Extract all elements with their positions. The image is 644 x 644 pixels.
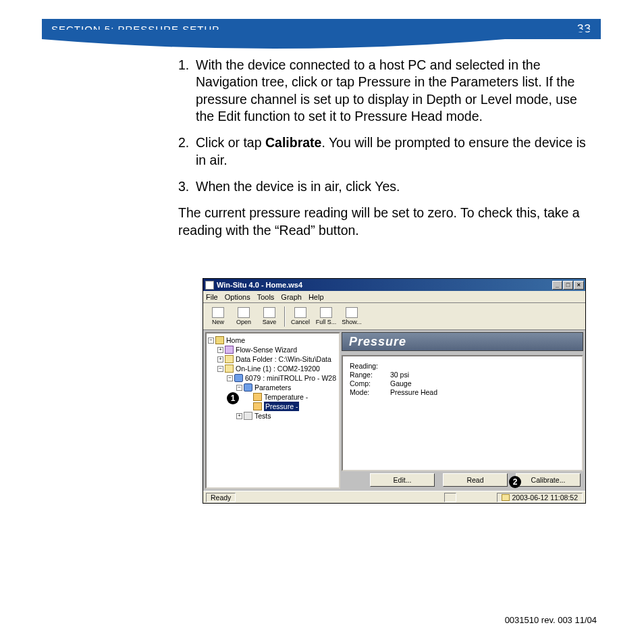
pressure-icon [253,402,262,410]
step-1: 1. With the device connected to a host P… [178,57,590,125]
callout-1: 1 [227,392,239,404]
closing-paragraph: The current pressure reading will be set… [178,205,590,239]
toolbar-fullscreen[interactable]: Full S... [314,304,338,329]
folder-icon [225,355,234,363]
temperature-icon [253,393,262,401]
toolbar-show[interactable]: Show... [340,304,364,329]
tree-pressure[interactable]: Pressure - [208,402,338,411]
mode-value: Pressure Head [390,388,437,397]
panel-buttons: Edit... Read Calibrate... [342,471,583,489]
menu-help[interactable]: Help [308,293,324,301]
toolbar-open[interactable]: Open [232,304,256,329]
tree-datafolder[interactable]: +Data Folder : C:\Win-Situ\Data [208,354,338,364]
statusbar: Ready 2003-06-12 11:08:52 [203,491,585,503]
toolbar: New Open Save Cancel Full S... Show... [203,303,585,330]
window-title: Win-Situ 4.0 - Home.ws4 [217,281,302,289]
menu-tools[interactable]: Tools [257,293,275,301]
read-button[interactable]: Read [443,473,508,487]
tree-home[interactable]: −Home [208,336,338,345]
cancel-icon [294,307,306,318]
menu-file[interactable]: File [206,293,218,301]
parameters-icon [244,383,252,392]
page-number: 33 [577,22,591,36]
titlebar: Win-Situ 4.0 - Home.ws4 _ □ × [203,279,585,291]
toolbar-cancel[interactable]: Cancel [288,304,313,329]
step-2: 2. Click or tap Calibrate. You will be p… [178,134,590,169]
wand-icon [225,346,234,354]
tree-parameters[interactable]: −Parameters [208,383,338,392]
status-timestamp: 2003-06-12 11:08:52 [497,493,583,502]
section-label: SECTION 5: PRESSURE SETUP [51,24,219,35]
comp-label: Comp: [350,379,390,388]
panel-title: Pressure [342,332,583,351]
tree-device[interactable]: −6079 : miniTROLL Pro - W28 [208,373,338,383]
instruction-text: 1. With the device connected to a host P… [178,57,590,239]
status-ready: Ready [206,493,236,502]
panel-body: Reading: Range:30 psi Comp:Gauge Mode:Pr… [342,355,583,471]
comp-value: Gauge [390,379,412,388]
app-icon [205,281,214,290]
fullscreen-icon [320,307,332,318]
navigation-tree[interactable]: −Home +Flow-Sense Wizard +Data Folder : … [205,332,340,489]
online-icon [225,365,234,373]
toolbar-new[interactable]: New [206,304,230,329]
tree-online[interactable]: −On-Line (1) : COM2-19200 [208,364,338,373]
device-icon [234,374,243,382]
menubar: File Options Tools Graph Help [203,291,585,303]
app-screenshot: Win-Situ 4.0 - Home.ws4 _ □ × File Optio… [203,278,586,504]
maximize-button[interactable]: □ [563,281,573,290]
callout-2: 2 [509,476,521,488]
save-icon [263,307,275,318]
close-button[interactable]: × [574,281,584,290]
mode-label: Mode: [350,388,390,397]
new-icon [212,307,224,318]
reading-label: Reading: [350,362,390,371]
minimize-button[interactable]: _ [552,281,562,290]
clock-icon [502,494,510,501]
status-icon-1 [444,493,456,502]
show-icon [346,307,358,318]
toolbar-save[interactable]: Save [257,304,281,329]
calibrate-button[interactable]: Calibrate... [516,473,581,487]
footer-docref: 0031510 rev. 003 11/04 [505,615,597,625]
range-value: 30 psi [390,371,409,379]
menu-graph[interactable]: Graph [281,293,302,301]
tree-tests[interactable]: +Tests [208,411,338,421]
range-label: Range: [350,371,390,379]
home-icon [215,336,224,344]
tree-flowsense[interactable]: +Flow-Sense Wizard [208,345,338,354]
section-header: SECTION 5: PRESSURE SETUP 33 [42,19,601,39]
edit-button[interactable]: Edit... [370,473,435,487]
step-3: 3. When the device is in air, click Yes. [178,178,590,195]
open-icon [238,307,250,318]
menu-options[interactable]: Options [225,293,250,301]
tests-icon [244,412,252,420]
toolbar-separator [284,306,286,327]
